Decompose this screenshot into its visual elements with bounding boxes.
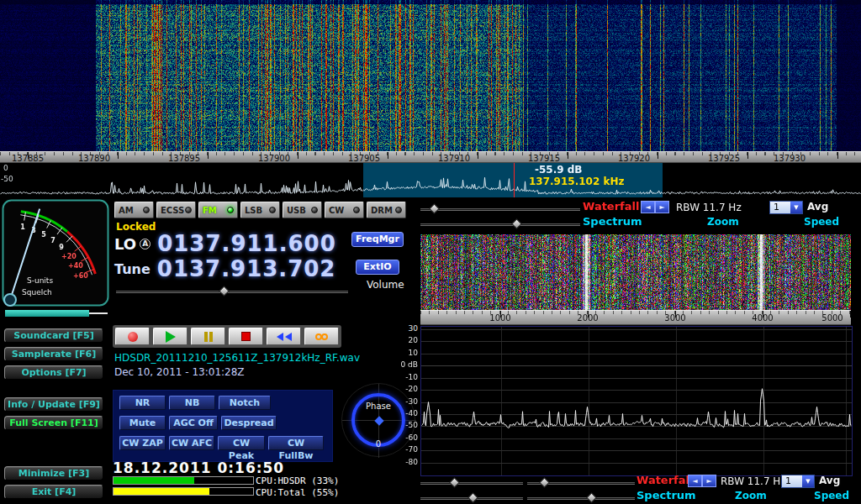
extio-button[interactable]: ExtIO xyxy=(356,260,399,275)
slider-thumb[interactable] xyxy=(467,492,478,503)
hdsdr-window: 137885 137890 137895 137900 137905 13791… xyxy=(0,0,861,504)
smeter-tick-label: 7 xyxy=(50,237,55,244)
spectrum-range-slider[interactable] xyxy=(420,219,580,229)
cw-peak-button[interactable]: CW Peak xyxy=(218,436,265,450)
nr-button[interactable]: NR xyxy=(119,396,166,410)
mode-drm-button[interactable]: DRM xyxy=(367,202,406,218)
slider-thumb[interactable] xyxy=(586,492,597,503)
zoom-label: Zoom xyxy=(707,216,739,228)
ruler-tick-label: 137910 xyxy=(436,154,473,163)
slider-thumb[interactable] xyxy=(539,477,550,488)
loop-button[interactable] xyxy=(304,328,339,345)
cw-fullbw-button[interactable]: CW FullBw xyxy=(268,436,324,450)
options-button[interactable]: Options [F7] xyxy=(4,365,103,380)
mode-fm-button[interactable]: FM xyxy=(198,202,238,218)
frequency-ruler[interactable]: 137885 137890 137895 137900 137905 13791… xyxy=(0,151,861,163)
tune-frequency-row: Tune 0137.913.702 xyxy=(114,256,335,281)
notch-button[interactable]: Notch xyxy=(219,396,271,410)
bottom-spectrum-range-slider[interactable] xyxy=(420,493,523,503)
nb-button[interactable]: NB xyxy=(169,396,215,410)
db-axis-label: -80 xyxy=(384,458,418,466)
spectrum-label[interactable]: Spectrum xyxy=(637,489,696,501)
db-axis-label: 20 xyxy=(384,336,418,344)
freqmgr-button[interactable]: FreqMgr xyxy=(351,232,404,247)
tune-frequency-display[interactable]: 0137.913.702 xyxy=(157,256,336,281)
waterfall-label[interactable]: Waterfall xyxy=(637,474,693,486)
rewind-icon xyxy=(277,333,283,341)
bottom-spectrum-offset-slider[interactable] xyxy=(527,493,635,503)
ruler-tick-label: 137905 xyxy=(346,154,383,163)
spectrum-label[interactable]: Spectrum xyxy=(583,215,642,228)
arrow-left-icon[interactable]: ◄ xyxy=(641,201,655,213)
ruler-tick-label: 137920 xyxy=(615,154,652,163)
lo-lock-badge-icon[interactable]: A xyxy=(140,239,151,249)
mode-usb-button[interactable]: USB xyxy=(283,202,322,218)
s-meter: 1 3 5 7 9 +20 +40 +60 S-units Squelch xyxy=(2,199,109,307)
audio-frequency-scale[interactable]: 1000 2000 3000 4000 5000 xyxy=(420,310,851,325)
mode-lsb-button[interactable]: LSB xyxy=(240,202,280,218)
minimize-button[interactable]: Minimize [F3] xyxy=(4,466,103,480)
db-axis-label: -50 xyxy=(384,421,418,429)
exit-button[interactable]: Exit [F4] xyxy=(4,485,103,499)
tune-cursor-line[interactable] xyxy=(514,163,515,197)
arrow-right-icon[interactable]: ► xyxy=(655,201,669,213)
scale-tick-label: 5000 xyxy=(816,313,849,323)
avg-select[interactable]: 1 ▼ xyxy=(781,475,815,488)
mode-ecss-button[interactable]: ECSS xyxy=(156,202,196,218)
signal-level-readout: -55.9 dB xyxy=(535,164,583,176)
squelch-knob[interactable] xyxy=(4,294,16,306)
slider-thumb[interactable] xyxy=(429,203,440,214)
mode-label: FM xyxy=(203,206,217,215)
stop-button[interactable] xyxy=(229,328,263,345)
cw-afc-button[interactable]: CW AFC xyxy=(169,436,214,450)
soundcard-button[interactable]: Soundcard [F5] xyxy=(4,328,103,343)
pause-button[interactable] xyxy=(191,328,225,345)
record-button[interactable] xyxy=(115,328,150,345)
audio-spectrum-display[interactable] xyxy=(420,326,853,476)
db-axis-label: -40 xyxy=(384,409,418,417)
chevron-down-icon[interactable]: ▼ xyxy=(790,202,802,213)
squelch-slider[interactable] xyxy=(5,310,108,317)
db-axis-label: -60 xyxy=(384,433,418,442)
waterfall-label[interactable]: Waterfall xyxy=(583,200,639,213)
arrow-left-icon[interactable]: ◄ xyxy=(688,475,702,487)
despread-button[interactable]: Despread xyxy=(221,416,277,430)
agc-button[interactable]: AGC Off xyxy=(169,416,218,430)
waterfall-brightness-slider[interactable] xyxy=(420,204,580,214)
volume-slider[interactable] xyxy=(116,286,348,297)
overview-spectrum-canvas[interactable] xyxy=(0,163,861,197)
smeter-tick-label: +20 xyxy=(61,253,77,260)
samplerate-button[interactable]: Samplerate [F6] xyxy=(4,347,103,361)
mode-cw-button[interactable]: CW xyxy=(325,202,364,218)
mode-label: CW xyxy=(329,206,344,215)
slider-thumb[interactable] xyxy=(219,286,230,297)
info-update-button[interactable]: Info / Update [F9] xyxy=(4,397,103,412)
avg-select-value: 1 xyxy=(770,202,790,213)
pause-icon xyxy=(204,332,208,342)
squelch-level[interactable] xyxy=(5,310,89,317)
main-waterfall-display[interactable] xyxy=(0,0,861,151)
ruler-tick-label: 137900 xyxy=(256,154,293,163)
avg-label: Avg xyxy=(819,475,840,486)
smeter-tick-label: 9 xyxy=(59,244,64,251)
lo-frequency-display[interactable]: 0137.911.600 xyxy=(157,231,336,256)
overview-spectrum[interactable]: 0 -50 -55.9 dB 137.915.102 kHz xyxy=(0,163,861,197)
arrow-right-icon[interactable]: ► xyxy=(702,475,716,487)
mode-led-icon xyxy=(185,207,192,213)
cw-zap-button[interactable]: CW ZAP xyxy=(119,436,166,450)
bottom-waterfall-brightness-slider[interactable] xyxy=(420,478,523,488)
full-screen-button[interactable]: Full Screen [F11] xyxy=(4,416,103,430)
slider-thumb[interactable] xyxy=(449,477,460,488)
play-button[interactable] xyxy=(153,328,188,345)
avg-select[interactable]: 1 ▼ xyxy=(769,201,803,214)
audio-waterfall-display[interactable] xyxy=(420,234,851,310)
zoom-label: Zoom xyxy=(735,490,767,501)
mode-am-button[interactable]: AM xyxy=(114,202,154,218)
chevron-down-icon[interactable]: ▼ xyxy=(802,475,814,487)
bottom-waterfall-contrast-slider[interactable] xyxy=(527,478,635,488)
cpu-total-bar-fill xyxy=(114,488,209,495)
rewind-button[interactable] xyxy=(267,328,301,345)
slider-thumb[interactable] xyxy=(511,218,522,229)
recording-file-date: Dec 10, 2011 - 13:01:28Z xyxy=(114,366,245,378)
mute-button[interactable]: Mute xyxy=(119,416,166,430)
